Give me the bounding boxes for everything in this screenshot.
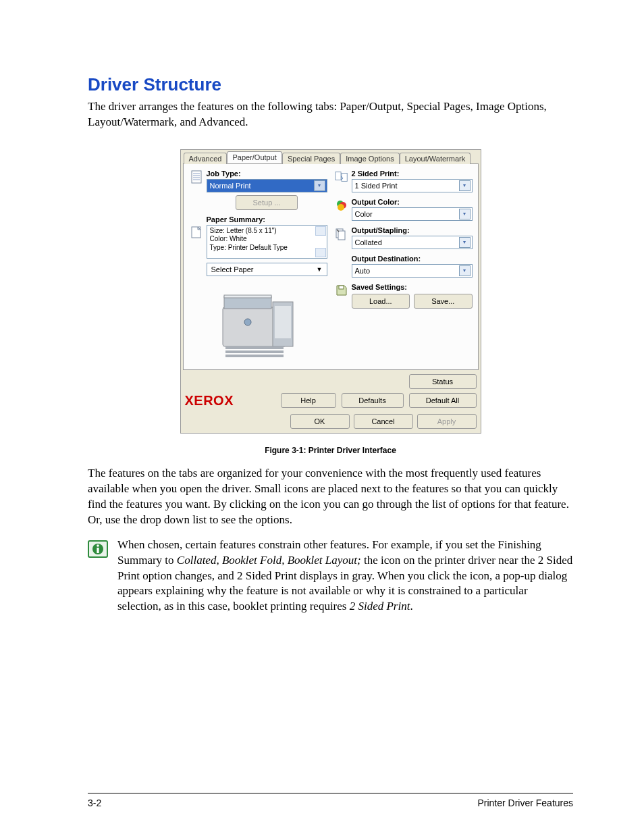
svg-rect-15 bbox=[335, 172, 340, 180]
svg-rect-0 bbox=[192, 171, 201, 183]
scroll-down-icon[interactable] bbox=[315, 248, 326, 257]
output-color-value: Color bbox=[355, 210, 373, 218]
scroll-up-icon[interactable] bbox=[315, 226, 326, 236]
paper-summary-label: Paper Summary: bbox=[207, 215, 327, 224]
document-page: Driver Structure The driver arranges the… bbox=[0, 0, 644, 834]
select-paper-label: Select Paper bbox=[211, 265, 254, 273]
note-end: . bbox=[410, 600, 412, 613]
svg-point-14 bbox=[244, 319, 251, 325]
svg-rect-13 bbox=[225, 355, 284, 357]
svg-rect-7 bbox=[224, 296, 271, 309]
tab-layout-watermark[interactable]: Layout/Watermark bbox=[400, 153, 471, 164]
two-sided-block: 2 Sided Print: 1 Sided Print ▾ bbox=[334, 170, 473, 192]
two-sided-label: 2 Sided Print: bbox=[352, 170, 473, 178]
output-color-select[interactable]: Color ▾ bbox=[352, 207, 473, 221]
saved-settings-block: Saved Settings: Load... Save... bbox=[334, 283, 473, 309]
section-heading: Driver Structure bbox=[88, 74, 573, 95]
output-destination-value: Auto bbox=[355, 267, 371, 275]
svg-rect-11 bbox=[225, 346, 284, 349]
output-stapling-select[interactable]: Collated ▾ bbox=[352, 236, 473, 249]
job-type-value: Normal Print bbox=[210, 182, 251, 190]
brand-logo: XEROX bbox=[185, 393, 275, 409]
paragraph-features: The features on the tabs are organized f… bbox=[88, 466, 573, 528]
status-button[interactable]: Status bbox=[409, 374, 477, 389]
defaults-button[interactable]: Defaults bbox=[342, 393, 404, 408]
chevron-down-icon: ▾ bbox=[459, 237, 471, 248]
dialog-button-row: OK Cancel Apply bbox=[181, 414, 481, 429]
tab-bar: Advanced Paper/Output Special Pages Imag… bbox=[181, 150, 481, 163]
info-icon bbox=[88, 540, 108, 558]
output-destination-block: Output Destination: Auto ▾ bbox=[334, 255, 473, 278]
stapling-icon[interactable] bbox=[334, 226, 349, 241]
save-button[interactable]: Save... bbox=[414, 294, 473, 309]
page-number: 3-2 bbox=[88, 798, 101, 808]
bottom-toolbar: Status XEROX Help Defaults Default All bbox=[181, 374, 481, 409]
info-note: When chosen, certain features constrain … bbox=[88, 538, 573, 615]
apply-button[interactable]: Apply bbox=[417, 414, 477, 429]
tab-panel-paper-output: Job Type: Normal Print ▾ Setup ... bbox=[183, 163, 479, 370]
paper-summary-box: Size: Letter (8.5 x 11") Color: White Ty… bbox=[207, 225, 327, 259]
chevron-down-icon: ▾ bbox=[459, 209, 471, 219]
job-type-label: Job Type: bbox=[207, 170, 327, 178]
color-icon[interactable] bbox=[334, 198, 349, 213]
footer-rule bbox=[88, 793, 573, 793]
chevron-down-icon: ▾ bbox=[459, 180, 471, 191]
tab-image-options[interactable]: Image Options bbox=[340, 153, 400, 164]
output-stapling-value: Collated bbox=[355, 238, 382, 246]
page-footer: 3-2 Printer Driver Features bbox=[88, 798, 573, 808]
paper-icon[interactable] bbox=[189, 225, 204, 240]
help-button[interactable]: Help bbox=[281, 393, 336, 408]
ok-button[interactable]: OK bbox=[290, 414, 350, 429]
setup-button[interactable]: Setup ... bbox=[236, 195, 298, 210]
svg-rect-8 bbox=[224, 295, 271, 298]
two-sided-value: 1 Sided Print bbox=[355, 182, 398, 190]
paper-summary-line1: Size: Letter (8.5 x 11") bbox=[210, 227, 324, 236]
chevron-down-icon: ▾ bbox=[314, 180, 325, 191]
tab-paper-output[interactable]: Paper/Output bbox=[227, 151, 281, 163]
tab-special-pages[interactable]: Special Pages bbox=[282, 153, 340, 164]
note-paragraph: When chosen, certain features constrain … bbox=[117, 538, 573, 615]
output-color-label: Output Color: bbox=[352, 198, 473, 206]
figure-caption: Figure 3-1: Printer Driver Interface bbox=[265, 446, 396, 455]
svg-point-27 bbox=[97, 544, 99, 547]
job-type-select[interactable]: Normal Print ▾ bbox=[207, 179, 327, 192]
note-italic2: 2 Sided Print bbox=[350, 600, 410, 613]
svg-rect-26 bbox=[97, 548, 99, 553]
svg-rect-16 bbox=[342, 173, 347, 181]
output-destination-label: Output Destination: bbox=[352, 255, 473, 263]
load-button[interactable]: Load... bbox=[352, 294, 410, 309]
svg-rect-21 bbox=[338, 231, 345, 240]
output-destination-select[interactable]: Auto ▾ bbox=[352, 264, 473, 278]
paper-summary-block: Paper Summary: Size: Letter (8.5 x bbox=[189, 215, 327, 276]
output-color-block: Output Color: Color ▾ bbox=[334, 198, 473, 221]
job-type-block: Job Type: Normal Print ▾ Setup ... bbox=[189, 170, 327, 210]
left-column: Job Type: Normal Print ▾ Setup ... bbox=[189, 170, 327, 363]
right-column: 2 Sided Print: 1 Sided Print ▾ bbox=[334, 170, 473, 363]
default-all-button[interactable]: Default All bbox=[409, 393, 477, 408]
printer-illustration bbox=[189, 282, 327, 363]
svg-point-19 bbox=[338, 204, 344, 211]
paper-summary-line2: Color: White bbox=[210, 235, 324, 244]
figure-driver-interface: Advanced Paper/Output Special Pages Imag… bbox=[88, 149, 573, 455]
note-italic1: Collated, Booklet Fold, Booklet Layout; bbox=[177, 554, 361, 567]
printer-driver-window: Advanced Paper/Output Special Pages Imag… bbox=[180, 149, 481, 434]
svg-rect-23 bbox=[339, 286, 344, 289]
saved-settings-label: Saved Settings: bbox=[352, 283, 473, 291]
tab-advanced[interactable]: Advanced bbox=[184, 153, 227, 164]
chevron-down-icon: ▾ bbox=[459, 265, 471, 276]
duplex-icon[interactable] bbox=[334, 170, 349, 184]
svg-rect-12 bbox=[225, 350, 284, 353]
svg-rect-10 bbox=[275, 306, 291, 338]
footer-title: Printer Driver Features bbox=[477, 798, 573, 808]
cancel-button[interactable]: Cancel bbox=[354, 414, 413, 429]
save-icon[interactable] bbox=[334, 283, 349, 298]
paper-summary-line3: Type: Printer Default Type bbox=[210, 244, 324, 253]
two-sided-select[interactable]: 1 Sided Print ▾ bbox=[352, 179, 473, 192]
document-icon[interactable] bbox=[189, 170, 204, 184]
output-stapling-label: Output/Stapling: bbox=[352, 226, 473, 234]
chevron-down-icon: ▼ bbox=[317, 266, 323, 273]
select-paper-dropdown[interactable]: Select Paper ▼ bbox=[207, 263, 327, 276]
intro-paragraph: The driver arranges the features on the … bbox=[88, 99, 573, 130]
output-stapling-block: Output/Stapling: Collated ▾ bbox=[334, 226, 473, 249]
